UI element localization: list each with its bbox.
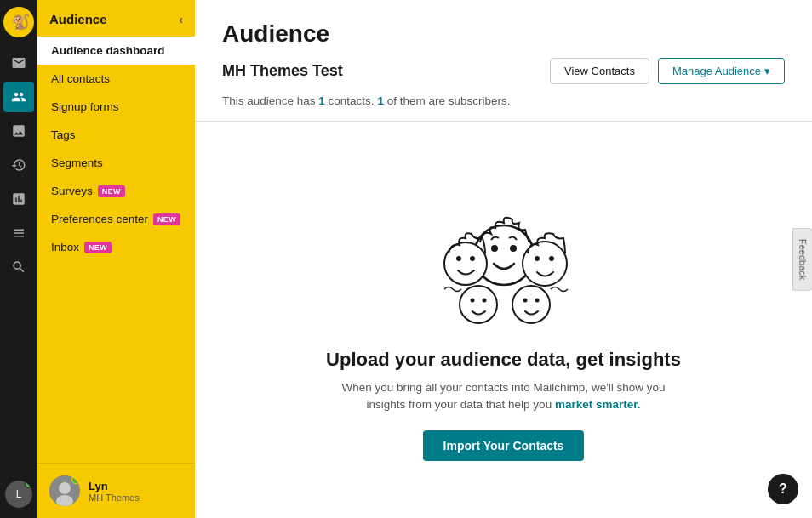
audience-nav-icon[interactable] [3, 82, 34, 112]
sidebar-user-avatar[interactable] [49, 475, 80, 506]
sidebar-user-section: Lyn MH Themes [37, 463, 195, 518]
svg-point-6 [491, 245, 498, 252]
audience-info-prefix: This audience has [222, 94, 318, 107]
svg-point-16 [482, 298, 486, 302]
svg-point-18 [523, 298, 527, 302]
sidebar-item-label: Audience dashboard [51, 44, 165, 57]
preferences-new-badge: New [153, 213, 180, 225]
sidebar-item-inbox[interactable]: Inbox New [37, 233, 195, 261]
audience-name: MH Themes Test [222, 62, 343, 80]
sidebar-item-all-contacts[interactable]: All contacts [37, 65, 195, 93]
svg-point-10 [470, 256, 475, 261]
svg-text:🐒: 🐒 [11, 13, 31, 31]
sidebar-user-org: MH Themes [89, 492, 140, 503]
sidebar-item-signup-forms[interactable]: Signup forms [37, 93, 195, 121]
help-icon: ? [779, 481, 787, 497]
feedback-label: Feedback [798, 238, 808, 279]
svg-point-7 [510, 245, 517, 252]
sidebar-item-audience-dashboard[interactable]: Audience dashboard [37, 37, 195, 65]
sidebar-user-info: Lyn MH Themes [89, 480, 140, 503]
svg-point-17 [512, 286, 550, 323]
main-header: Audience MH Themes Test View Contacts Ma… [195, 0, 812, 122]
sidebar-item-label: Signup forms [51, 100, 119, 113]
audience-info-suffix: of them are subscribers. [384, 94, 511, 107]
chevron-down-icon: ▾ [764, 65, 770, 77]
inbox-new-badge: New [84, 242, 112, 253]
sidebar-item-segments[interactable]: Segments [37, 149, 195, 177]
mailchimp-logo[interactable]: 🐒 [3, 7, 34, 37]
sidebar-item-label: All contacts [51, 72, 110, 85]
svg-point-3 [59, 482, 71, 494]
search-nav-icon[interactable] [3, 252, 34, 282]
main-body: Upload your audience data, get insights … [195, 122, 812, 518]
online-indicator [25, 481, 32, 488]
icon-rail: 🐒 L [0, 0, 37, 518]
sidebar-item-label: Segments [51, 157, 103, 169]
audience-info-middle: contacts. [325, 94, 378, 107]
cta-description: When you bring all your contacts into Ma… [334, 379, 674, 414]
svg-point-19 [535, 298, 539, 302]
automations-nav-icon[interactable] [3, 150, 34, 180]
rail-bottom: L [5, 481, 32, 518]
campaigns-nav-icon[interactable] [3, 48, 34, 78]
integrations-nav-icon[interactable] [3, 218, 34, 248]
sidebar-user-name: Lyn [89, 480, 140, 492]
audience-row: MH Themes Test View Contacts Manage Audi… [222, 58, 785, 84]
manage-audience-label: Manage Audience [672, 65, 761, 77]
manage-audience-button[interactable]: Manage Audience ▾ [658, 58, 785, 84]
sidebar-item-label: Tags [51, 128, 76, 141]
import-contacts-button[interactable]: Import Your Contacts [423, 430, 585, 461]
sidebar-item-label: Surveys [51, 185, 93, 197]
cta-desc-link: market smarter. [555, 398, 641, 411]
main-content: Audience MH Themes Test View Contacts Ma… [195, 0, 812, 518]
rail-user-avatar[interactable]: L [5, 481, 32, 508]
header-actions: View Contacts Manage Audience ▾ [550, 58, 785, 84]
sidebar: Audience ‹ Audience dashboard All contac… [37, 0, 195, 518]
help-button[interactable]: ? [768, 474, 798, 504]
svg-point-14 [460, 286, 497, 323]
reports-nav-icon[interactable] [3, 184, 34, 214]
sidebar-item-preferences-center[interactable]: Preferences center New [37, 205, 195, 233]
feedback-tab[interactable]: Feedback [792, 227, 812, 290]
sidebar-nav: Audience dashboard All contacts Signup f… [37, 37, 195, 463]
surveys-new-badge: New [98, 185, 125, 197]
page-title: Audience [222, 20, 785, 48]
sidebar-online-indicator [71, 475, 80, 484]
cta-title: Upload your audience data, get insights [326, 349, 681, 371]
audience-illustration [419, 179, 589, 335]
sidebar-item-label: Inbox [51, 241, 79, 253]
sidebar-header: Audience ‹ [37, 0, 195, 37]
subscriber-count: 1 [377, 94, 384, 107]
sidebar-item-label: Preferences center [51, 213, 148, 225]
sidebar-item-surveys[interactable]: Surveys New [37, 177, 195, 205]
svg-point-15 [470, 298, 474, 302]
view-contacts-button[interactable]: View Contacts [550, 58, 649, 84]
content-nav-icon[interactable] [3, 116, 34, 146]
svg-point-12 [535, 256, 540, 261]
sidebar-title: Audience [49, 12, 107, 26]
sidebar-item-tags[interactable]: Tags [37, 121, 195, 149]
contact-count: 1 [318, 94, 325, 107]
sidebar-collapse-btn[interactable]: ‹ [179, 13, 183, 26]
audience-info: This audience has 1 contacts. 1 of them … [222, 94, 785, 107]
svg-point-9 [456, 256, 461, 261]
svg-point-13 [549, 256, 554, 261]
